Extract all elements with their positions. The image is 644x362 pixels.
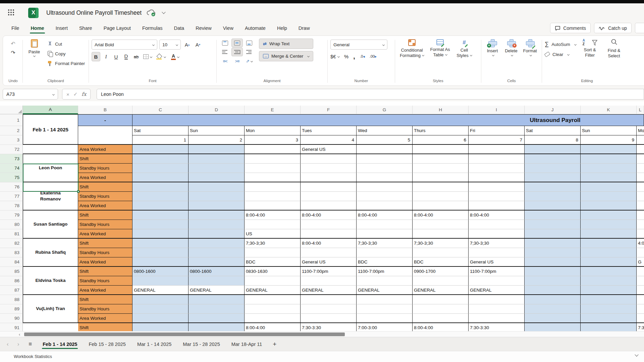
cell-B81[interactable]: Area Worked bbox=[78, 229, 132, 239]
cell-F77[interactable] bbox=[301, 192, 357, 201]
decrease-font-size-button[interactable]: A bbox=[194, 40, 202, 49]
cell-name-vu-linh-tran[interactable]: Vu(Linh) Tran bbox=[23, 295, 78, 323]
cell-F79[interactable]: 8:00-4:00 bbox=[301, 210, 357, 220]
row-header-90[interactable]: 90 bbox=[0, 314, 23, 323]
cell-J90[interactable] bbox=[525, 314, 581, 323]
cell-L74[interactable] bbox=[637, 164, 644, 173]
cell-B79[interactable]: Shift bbox=[78, 210, 132, 220]
cell-F83[interactable] bbox=[301, 248, 357, 257]
cell-B2[interactable] bbox=[78, 126, 132, 145]
cell-L73[interactable] bbox=[637, 154, 644, 164]
cell-G87[interactable]: GENERAL bbox=[357, 286, 413, 295]
cell-L77[interactable] bbox=[637, 192, 644, 201]
cell-F90[interactable] bbox=[301, 314, 357, 323]
sheet-tab-2[interactable]: Mar 1 - 14 2025 bbox=[137, 338, 172, 350]
cell-H75[interactable] bbox=[413, 173, 469, 182]
italic-button[interactable]: I bbox=[102, 52, 110, 61]
sheet-tab-4[interactable]: Mar 18-Apr 11 bbox=[231, 338, 263, 350]
cell-J88[interactable] bbox=[525, 295, 581, 304]
cell-F81[interactable] bbox=[301, 229, 357, 239]
cell-J75[interactable] bbox=[525, 173, 581, 182]
cell-B88[interactable]: Shift bbox=[78, 295, 132, 304]
cell-I89[interactable] bbox=[469, 304, 525, 314]
align-right-button[interactable] bbox=[244, 48, 255, 56]
cell-F74[interactable] bbox=[301, 164, 357, 173]
cell-J86[interactable] bbox=[525, 276, 581, 286]
cell-C2[interactable]: Sat bbox=[132, 126, 189, 135]
cell-I2[interactable]: Fri bbox=[469, 126, 525, 135]
cell-I79[interactable]: 8:00-4:00 bbox=[469, 210, 525, 220]
cell-E87[interactable]: GENERAL bbox=[245, 286, 301, 295]
cell-E80[interactable] bbox=[245, 220, 301, 229]
cell-F82[interactable]: 8:00-4:00 bbox=[301, 239, 357, 248]
cell-I85[interactable]: 1100-7:00pm bbox=[469, 267, 525, 276]
cell-E76[interactable] bbox=[245, 182, 301, 192]
sheet-nav-right-icon[interactable]: › bbox=[17, 341, 19, 348]
cell-D82[interactable] bbox=[189, 239, 245, 248]
cell-L88[interactable] bbox=[637, 295, 644, 304]
cell-I80[interactable] bbox=[469, 220, 525, 229]
cell-B76[interactable]: Shift bbox=[78, 182, 132, 192]
cell-H85[interactable]: 0900-1700 bbox=[413, 267, 469, 276]
cell-I72[interactable] bbox=[469, 145, 525, 154]
cell-K78[interactable] bbox=[581, 201, 637, 210]
cell-E77[interactable] bbox=[245, 192, 301, 201]
cell-C78[interactable] bbox=[132, 201, 189, 210]
cell-I75[interactable] bbox=[469, 173, 525, 182]
row-header-72[interactable]: 72 bbox=[0, 145, 23, 154]
cell-J82[interactable] bbox=[525, 239, 581, 248]
format-as-table-button[interactable]: Format AsTable bbox=[426, 39, 454, 58]
cell-E72[interactable] bbox=[245, 145, 301, 154]
cell-K83[interactable] bbox=[581, 248, 637, 257]
cell-K73[interactable] bbox=[581, 154, 637, 164]
cell-H89[interactable] bbox=[413, 304, 469, 314]
sheet-tab-1[interactable]: Feb 15 - 28 2025 bbox=[88, 338, 126, 350]
cell-I81[interactable] bbox=[469, 229, 525, 239]
cell-E88[interactable] bbox=[245, 295, 301, 304]
column-header-D[interactable]: D bbox=[189, 106, 245, 114]
cell-B78[interactable]: Area Worked bbox=[78, 201, 132, 210]
cell-F80[interactable] bbox=[301, 220, 357, 229]
document-title[interactable]: Ultrasound Online Payroll Timesheet bbox=[46, 9, 142, 16]
cell-L75[interactable] bbox=[637, 173, 644, 182]
cell-C77[interactable] bbox=[132, 192, 189, 201]
cell-L85[interactable] bbox=[637, 267, 644, 276]
cell-J89[interactable] bbox=[525, 304, 581, 314]
cell-G90[interactable] bbox=[357, 314, 413, 323]
cell-D79[interactable] bbox=[189, 210, 245, 220]
cell-B73[interactable]: Shift bbox=[78, 154, 132, 164]
column-header-F[interactable]: F bbox=[301, 106, 357, 114]
cell-E85[interactable]: 0830-1630 bbox=[245, 267, 301, 276]
cell-C84[interactable] bbox=[132, 257, 189, 267]
cell-B80[interactable]: Standby Hours bbox=[78, 220, 132, 229]
cell-D89[interactable] bbox=[189, 304, 245, 314]
cell-G84[interactable]: BDC bbox=[357, 257, 413, 267]
row-header-79[interactable]: 79 bbox=[0, 210, 23, 220]
cell-D75[interactable] bbox=[189, 173, 245, 182]
comma-format-button[interactable]: , bbox=[353, 52, 355, 60]
enter-button[interactable]: ✓ bbox=[72, 91, 79, 97]
cell-styles-button[interactable]: # CellStyles bbox=[454, 39, 474, 59]
cell-G72[interactable] bbox=[357, 145, 413, 154]
row-header-82[interactable]: 82 bbox=[0, 239, 23, 248]
double-underline-button[interactable]: D bbox=[124, 54, 128, 60]
cell-I78[interactable] bbox=[469, 201, 525, 210]
cell-L84[interactable]: G bbox=[637, 257, 644, 267]
cell-F88[interactable] bbox=[301, 295, 357, 304]
cell-H88[interactable] bbox=[413, 295, 469, 304]
cell-I88[interactable] bbox=[469, 295, 525, 304]
align-left-button[interactable] bbox=[219, 48, 231, 56]
cell-C79[interactable] bbox=[132, 210, 189, 220]
cell-C83[interactable] bbox=[132, 248, 189, 257]
cell-D88[interactable] bbox=[189, 295, 245, 304]
catch-up-button[interactable]: Catch up bbox=[594, 23, 632, 33]
cell-E90[interactable] bbox=[245, 314, 301, 323]
number-format-select[interactable]: General bbox=[330, 40, 387, 50]
cell-L89[interactable] bbox=[637, 304, 644, 314]
find-select-button[interactable]: Find &Select bbox=[604, 39, 625, 59]
cell-H83[interactable] bbox=[413, 248, 469, 257]
cell-D78[interactable] bbox=[189, 201, 245, 210]
conditional-formatting-button[interactable]: ConditionalFormatting bbox=[398, 39, 426, 59]
autosum-button[interactable]: ∑ AutoSum bbox=[545, 40, 576, 49]
cell-G76[interactable] bbox=[357, 182, 413, 192]
